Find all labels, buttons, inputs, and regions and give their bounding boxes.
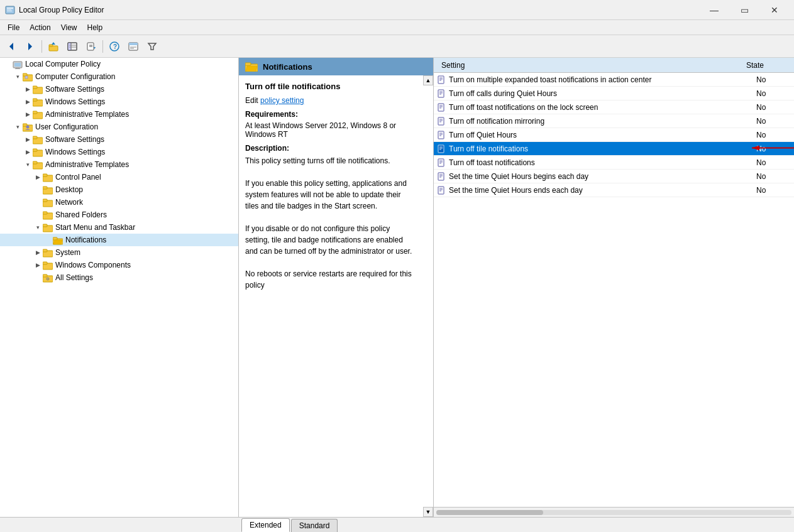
minimize-button[interactable]: — bbox=[700, 0, 729, 20]
col-header-state[interactable]: State bbox=[741, 60, 791, 71]
tree-item-notifications[interactable]: ▶ Notifications bbox=[0, 234, 238, 246]
export-button[interactable] bbox=[82, 38, 100, 55]
expander-user-admin-templates[interactable]: ▾ bbox=[23, 160, 33, 170]
table-row[interactable]: Turn off calls during Quiet Hours No bbox=[434, 87, 794, 100]
menu-file[interactable]: File bbox=[3, 22, 25, 33]
tree-item-windows-components[interactable]: ▶ Windows Components bbox=[0, 259, 238, 271]
row-text-5: Turn off Quiet Hours bbox=[446, 131, 756, 139]
table-row[interactable]: Turn off notification mirroring No bbox=[434, 114, 794, 128]
tree-item-all-settings[interactable]: ▶ All Settings bbox=[0, 271, 238, 284]
tab-standard[interactable]: Standard bbox=[291, 519, 338, 532]
svg-marker-23 bbox=[148, 43, 156, 50]
row-icon-3 bbox=[434, 103, 446, 112]
tree-item-comp-admin-templates[interactable]: ▶ Administrative Templates bbox=[0, 108, 238, 121]
table-row-selected[interactable]: Turn off tile notifications No bbox=[434, 142, 794, 156]
title-bar: Local Group Policy Editor — ▭ ✕ bbox=[0, 0, 794, 20]
computer-icon bbox=[13, 59, 23, 69]
menu-help[interactable]: Help bbox=[82, 22, 108, 33]
help-button[interactable]: ? bbox=[106, 38, 123, 55]
table-row[interactable]: Turn off Quiet Hours No bbox=[434, 128, 794, 142]
tree-item-desktop[interactable]: ▶ Desktop bbox=[0, 183, 238, 196]
label-user-admin-templates: Administrative Templates bbox=[45, 160, 129, 169]
forward-button[interactable] bbox=[21, 38, 39, 55]
desc-edit-link[interactable]: Edit policy setting bbox=[245, 96, 416, 105]
svg-rect-27 bbox=[15, 68, 20, 69]
expander-user-windows-settings[interactable]: ▶ bbox=[23, 147, 33, 157]
expander-windows-components[interactable]: ▶ bbox=[33, 260, 43, 270]
tree-item-user-windows-settings[interactable]: ▶ Windows Settings bbox=[0, 146, 238, 158]
svg-marker-5 bbox=[28, 43, 32, 50]
expander-computer-configuration[interactable]: ▾ bbox=[13, 72, 23, 82]
back-button[interactable] bbox=[3, 38, 20, 55]
row-text-2: Turn off calls during Quiet Hours bbox=[446, 89, 756, 98]
tree-item-control-panel[interactable]: ▶ Control Panel bbox=[0, 171, 238, 183]
table-row[interactable]: Turn off toast notifications No bbox=[434, 156, 794, 170]
folder-icon-3 bbox=[33, 109, 43, 119]
expander-comp-software-settings[interactable]: ▶ bbox=[23, 84, 33, 94]
tree-item-comp-windows-settings[interactable]: ▶ Windows Settings bbox=[0, 95, 238, 108]
menu-action[interactable]: Action bbox=[25, 22, 55, 33]
label-user-configuration: User Configuration bbox=[35, 122, 98, 131]
desc-header-title: Notifications bbox=[263, 62, 312, 72]
tree-item-network[interactable]: ▶ Network bbox=[0, 196, 238, 209]
svg-rect-3 bbox=[7, 11, 12, 11]
tree-panel[interactable]: Local Computer Policy ▾ Computer Configu… bbox=[0, 58, 239, 517]
table-row[interactable]: Turn on multiple expanded toast notifica… bbox=[434, 73, 794, 87]
policy-setting-link[interactable]: policy setting bbox=[260, 96, 304, 105]
menu-view[interactable]: View bbox=[56, 22, 82, 33]
scroll-track bbox=[423, 85, 433, 507]
up-folder-button[interactable] bbox=[45, 38, 62, 55]
row-text-4: Turn off notification mirroring bbox=[446, 117, 756, 126]
show-hide-button[interactable] bbox=[63, 38, 81, 55]
separator-2 bbox=[102, 40, 103, 53]
expander-start-menu[interactable]: ▾ bbox=[33, 222, 43, 232]
tree-item-local-computer-policy[interactable]: Local Computer Policy bbox=[0, 58, 238, 70]
svg-rect-45 bbox=[33, 161, 37, 164]
settings-scrollbar[interactable] bbox=[434, 507, 794, 517]
tree-item-user-configuration[interactable]: ▾ User Configuration bbox=[0, 121, 238, 133]
table-row[interactable]: Turn off toast notifications on the lock… bbox=[434, 100, 794, 114]
close-button[interactable]: ✕ bbox=[760, 0, 789, 20]
label-shared-folders: Shared Folders bbox=[55, 210, 107, 219]
svg-rect-68 bbox=[245, 63, 251, 65]
tree-item-start-menu[interactable]: ▾ Start Menu and Taskbar bbox=[0, 221, 238, 234]
expander-control-panel[interactable]: ▶ bbox=[33, 172, 43, 182]
settings-list[interactable]: Turn on multiple expanded toast notifica… bbox=[434, 73, 794, 507]
svg-point-39 bbox=[26, 126, 30, 129]
expander-comp-admin-templates[interactable]: ▶ bbox=[23, 109, 33, 119]
tree-item-comp-software-settings[interactable]: ▶ Software Settings bbox=[0, 83, 238, 95]
label-system: System bbox=[55, 248, 80, 257]
scrollbar-track[interactable] bbox=[436, 510, 791, 515]
desc-content: Turn off tile notifications Edit policy … bbox=[245, 82, 427, 291]
tree-item-computer-configuration[interactable]: ▾ Computer Configuration bbox=[0, 70, 238, 83]
view-button[interactable] bbox=[124, 38, 142, 55]
row-icon-9 bbox=[434, 186, 446, 195]
tree-item-user-software-settings[interactable]: ▶ Software Settings bbox=[0, 133, 238, 146]
tree-item-system[interactable]: ▶ System bbox=[0, 246, 238, 259]
row-state-2: No bbox=[756, 89, 794, 98]
scroll-up-button[interactable]: ▲ bbox=[423, 75, 433, 85]
filter-button[interactable] bbox=[143, 38, 161, 55]
expander-user-configuration[interactable]: ▾ bbox=[13, 122, 23, 132]
menu-bar: File Action View Help bbox=[0, 20, 794, 35]
maximize-button[interactable]: ▭ bbox=[730, 0, 759, 20]
svg-rect-10 bbox=[68, 43, 71, 50]
expander-comp-windows-settings[interactable]: ▶ bbox=[23, 97, 33, 107]
label-user-software-settings: Software Settings bbox=[45, 135, 104, 144]
doc-icon-4 bbox=[437, 117, 446, 126]
desc-body[interactable]: Turn off tile notifications Edit policy … bbox=[239, 75, 433, 517]
expander-user-software-settings[interactable]: ▶ bbox=[23, 134, 33, 144]
scroll-down-button[interactable]: ▼ bbox=[423, 507, 433, 517]
col-header-setting[interactable]: Setting bbox=[436, 60, 741, 71]
tree-item-shared-folders[interactable]: ▶ Shared Folders bbox=[0, 209, 238, 221]
scrollbar-thumb[interactable] bbox=[436, 510, 543, 515]
toolbar: ? bbox=[0, 35, 794, 58]
row-icon-5 bbox=[434, 131, 446, 139]
table-row[interactable]: Set the time Quiet Hours ends each day N… bbox=[434, 183, 794, 197]
label-control-panel: Control Panel bbox=[55, 173, 101, 182]
tab-extended[interactable]: Extended bbox=[241, 518, 290, 532]
main-container: Local Computer Policy ▾ Computer Configu… bbox=[0, 58, 794, 517]
expander-system[interactable]: ▶ bbox=[33, 247, 43, 258]
tree-item-user-admin-templates[interactable]: ▾ Administrative Templates bbox=[0, 158, 238, 171]
table-row[interactable]: Set the time Quiet Hours begins each day… bbox=[434, 170, 794, 183]
